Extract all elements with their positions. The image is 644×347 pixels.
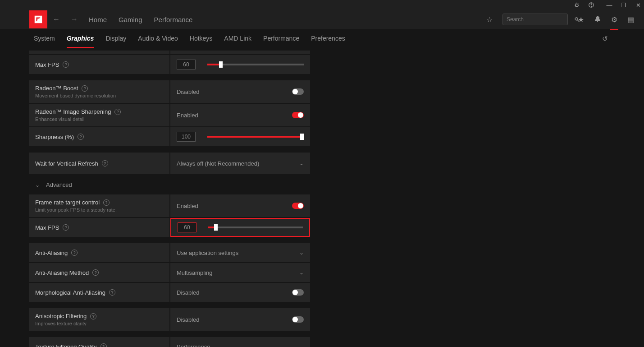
sharpen-toggle[interactable] [292, 112, 304, 118]
row-aniso: Anisotropic Filtering?Improves texture c… [29, 308, 644, 331]
tab-hotkeys[interactable]: Hotkeys [190, 35, 213, 43]
sub-aniso: Improves texture clarity [35, 321, 163, 326]
sub-frtc: Limit your peak FPS to a steady rate. [35, 207, 163, 213]
advanced-section[interactable]: ⌄ Advanced [29, 175, 644, 194]
help-icon[interactable]: ? [92, 269, 99, 276]
help-icon[interactable]: ? [71, 250, 78, 256]
help-icon[interactable]: ? [103, 199, 110, 206]
tab-performance[interactable]: Performance [263, 35, 299, 43]
row-sharpness: Sharpness (%)? 100 [29, 127, 644, 146]
morphaa-toggle[interactable] [292, 289, 304, 296]
tab-amdlink[interactable]: AMD Link [224, 35, 251, 43]
bug-icon[interactable] [574, 2, 580, 8]
row-vsync: Wait for Vertical Refresh? Always off (N… [29, 153, 644, 174]
help-icon[interactable]: ? [100, 343, 107, 347]
row-sharpen: Radeon™ Image Sharpening?Enhances visual… [29, 104, 644, 126]
help-icon[interactable]: ? [82, 85, 88, 92]
chevron-down-icon[interactable]: ⌄ [299, 250, 304, 256]
maxfps-value[interactable]: 60 [177, 60, 196, 69]
nav-home[interactable]: Home [89, 16, 107, 23]
nav-gaming[interactable]: Gaming [119, 16, 142, 23]
app-header: ← → Home Gaming Performance ☆ 🔍︎ ★ 🔔︎ ⚙ … [0, 10, 644, 29]
help-icon[interactable] [588, 2, 594, 8]
help-icon[interactable]: ? [90, 313, 96, 319]
row-maxfps: Max FPS? 60 [29, 55, 644, 74]
window-titlebar: — ❐ ✕ [0, 0, 644, 10]
label-vsync: Wait for Vertical Refresh [35, 160, 98, 167]
svg-point-2 [591, 6, 592, 6]
sharpness-value[interactable]: 100 [177, 132, 196, 142]
minimize-icon[interactable]: — [606, 2, 612, 8]
tab-preferences[interactable]: Preferences [311, 35, 345, 43]
amd-logo [29, 10, 47, 28]
search-box[interactable]: 🔍︎ [502, 14, 568, 25]
row-aa: Anti-Aliasing? Use application settings⌄ [29, 243, 644, 262]
chevron-down-icon[interactable]: ⌄ [299, 269, 304, 276]
row-aamethod: Anti-Aliasing Method? Multisampling⌄ [29, 263, 644, 282]
row-partial-top [29, 51, 644, 54]
help-icon[interactable]: ? [102, 160, 108, 167]
label-boost: Radeon™ Boost [35, 85, 78, 92]
label-frtc: Frame rate target control [35, 199, 100, 206]
gear-icon[interactable]: ⚙ [611, 15, 617, 24]
label-aa: Anti-Aliasing [35, 250, 68, 256]
maxfps2-slider[interactable] [208, 227, 303, 228]
sharpness-slider[interactable] [207, 136, 304, 138]
sharpen-value: Enabled [177, 112, 198, 119]
help-icon[interactable]: ? [78, 134, 84, 140]
boost-value: Disabled [177, 88, 200, 95]
maxfps2-value[interactable]: 60 [178, 222, 196, 232]
texfilt-value: Performance [177, 343, 210, 347]
aniso-value: Disabled [177, 316, 200, 323]
sub-boost: Movement based dynamic resolution [35, 93, 163, 98]
help-icon[interactable]: ? [63, 61, 69, 68]
tab-system[interactable]: System [34, 35, 55, 43]
aniso-toggle[interactable] [292, 316, 304, 323]
advanced-label: Advanced [46, 181, 72, 188]
maximize-icon[interactable]: ❐ [621, 2, 627, 8]
back-button[interactable]: ← [53, 15, 60, 23]
row-maxfps-advanced: Max FPS? 60 [29, 218, 644, 237]
label-maxfps: Max FPS [35, 61, 59, 68]
maxfps-slider[interactable] [207, 64, 304, 65]
chevron-down-icon[interactable]: ⌄ [299, 160, 304, 167]
chevron-down-icon: ⌄ [35, 182, 40, 188]
row-boost: Radeon™ Boost?Movement based dynamic res… [29, 80, 644, 103]
frtc-toggle[interactable] [292, 203, 304, 209]
boost-toggle[interactable] [292, 88, 304, 95]
help-icon[interactable]: ? [114, 109, 121, 115]
morphaa-value: Disabled [177, 289, 200, 296]
bell-icon[interactable]: 🔔︎ [594, 15, 601, 23]
label-sharpen: Radeon™ Image Sharpening [35, 108, 111, 115]
nav-performance[interactable]: Performance [154, 16, 193, 23]
vsync-value: Always off (Not Recommended) [177, 160, 259, 167]
search-input[interactable] [507, 16, 574, 23]
help-icon[interactable]: ? [109, 289, 115, 296]
help-icon[interactable]: ? [63, 224, 69, 231]
chevron-down-icon[interactable]: ⌄ [299, 343, 304, 347]
label-aamethod: Anti-Aliasing Method [35, 269, 89, 276]
maxfps-advanced-highlight: 60 [170, 218, 310, 237]
tab-audio-video[interactable]: Audio & Video [138, 35, 178, 43]
tab-display[interactable]: Display [105, 35, 126, 43]
sub-sharpen: Enhances visual detail [35, 116, 163, 122]
aamethod-value: Multisampling [177, 269, 212, 276]
close-icon[interactable]: ✕ [635, 2, 641, 8]
row-texfilt: Texture Filtering Quality? Performance⌄ [29, 337, 644, 347]
row-morphaa: Morphological Anti-Aliasing? Disabled [29, 283, 644, 302]
panel-icon[interactable]: ▤ [627, 15, 634, 24]
row-frtc: Frame rate target control?Limit your pea… [29, 194, 644, 217]
tab-graphics[interactable]: Graphics [67, 35, 94, 43]
settings-subnav: System Graphics Display Audio & Video Ho… [0, 29, 644, 49]
reset-icon[interactable]: ↺ [602, 35, 608, 43]
label-texfilt: Texture Filtering Quality [35, 343, 97, 347]
aa-value: Use application settings [177, 250, 238, 256]
settings-content: Max FPS? 60 Radeon™ Boost?Movement based… [0, 49, 644, 347]
frtc-value: Enabled [177, 203, 198, 209]
svg-point-0 [575, 4, 578, 7]
label-maxfps2: Max FPS [35, 224, 59, 231]
star-icon[interactable]: ★ [578, 15, 584, 24]
favorite-icon[interactable]: ☆ [486, 15, 493, 24]
forward-button[interactable]: → [71, 15, 78, 23]
label-aniso: Anisotropic Filtering [35, 313, 87, 319]
